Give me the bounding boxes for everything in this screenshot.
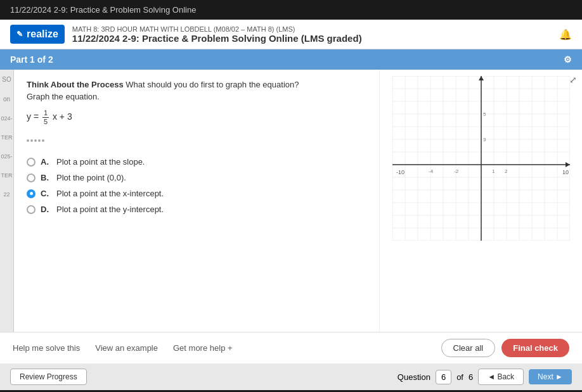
question-current: 6 [436, 370, 451, 384]
option-c-text: Plot a point at the x-intercept. [56, 189, 164, 198]
part-label: Part 1 of 2 [10, 54, 53, 65]
sidebar-num: 22 [3, 191, 10, 198]
question-area: Think About the Process What should you … [14, 70, 379, 332]
option-d-label: D. [41, 205, 49, 214]
question-intro: Think About the Process What should you … [27, 80, 366, 89]
coordinate-graph: 10 -10 -2 -4 1 2 3 5 [392, 76, 570, 241]
svg-text:2: 2 [505, 168, 508, 174]
equation-y: y = [27, 111, 41, 122]
option-d[interactable]: D. Plot a point at the y-intercept. [27, 205, 366, 214]
options-area: A. Plot a point at the slope. B. Plot th… [27, 157, 366, 214]
sub-text: Graph the equation. [27, 92, 366, 101]
sidebar-date2: 025- [1, 153, 12, 160]
radio-d[interactable] [27, 205, 36, 214]
bottom-bar-actions: Clear all Final check [441, 339, 570, 357]
numerator: 1 [42, 109, 49, 118]
option-a-text: Plot a point at the slope. [56, 157, 145, 167]
title-bar-text: 11/22/2024 2-9: Practice & Problem Solvi… [10, 5, 196, 15]
progress-bar-row: Review Progress Question 6 of 6 ◄ Back N… [0, 364, 582, 390]
header-title: 11/22/2024 2-9: Practice & Problem Solvi… [72, 33, 362, 44]
think-text: What should you do first to graph the eq… [126, 80, 299, 89]
back-button[interactable]: ◄ Back [478, 369, 524, 385]
question-nav: Question 6 of 6 ◄ Back Next ► [398, 369, 572, 385]
svg-text:5: 5 [483, 111, 486, 117]
next-button[interactable]: Next ► [529, 369, 572, 384]
final-check-button[interactable]: Final check [501, 339, 569, 357]
svg-text:-10: -10 [396, 169, 404, 175]
settings-icon: ⚙ [564, 54, 572, 65]
equation-rest: x + 3 [53, 111, 72, 122]
get-more-link[interactable]: Get more help + [173, 343, 233, 353]
header-text: MATH 8: 3RD HOUR MATH WITH LOBDELL (M08/… [72, 25, 362, 44]
svg-text:3: 3 [483, 137, 486, 142]
svg-text:1: 1 [492, 168, 495, 174]
option-b-text: Plot the point (0,0). [56, 173, 126, 182]
sidebar-label-on: on [3, 96, 10, 103]
option-a-label: A. [41, 157, 49, 167]
denominator: 5 [42, 118, 49, 126]
sidebar-label-iter: TER [1, 134, 13, 141]
think-label: Think About the Process [27, 80, 124, 89]
clear-all-button[interactable]: Clear all [441, 339, 496, 357]
option-c[interactable]: C. Plot a point at the x-intercept. [27, 189, 366, 198]
expand-icon[interactable]: ⤢ [569, 75, 577, 85]
dots-indicator [27, 139, 44, 142]
left-sidebar: SO on 024- TER 025- TER 22 [0, 70, 14, 332]
question-total: 6 [469, 372, 473, 382]
help-me-link[interactable]: Help me solve this [13, 343, 80, 353]
option-b-label: B. [41, 173, 49, 182]
option-b[interactable]: B. Plot the point (0,0). [27, 173, 366, 182]
realize-logo: ✎ realize [10, 25, 65, 44]
sidebar-label-iter2: TER [1, 172, 13, 179]
graph-area: ⤢ [379, 70, 582, 332]
radio-b[interactable] [27, 174, 36, 182]
option-c-label: C. [41, 189, 49, 198]
bottom-bar: Help me solve this View an example Get m… [0, 332, 582, 364]
content-area: SO on 024- TER 025- TER 22 Think About t… [0, 70, 582, 332]
part-bar: Part 1 of 2 ⚙ [0, 49, 582, 70]
sidebar-label-so: SO [2, 76, 11, 83]
bell-icon: 🔔 [559, 28, 572, 41]
logo-text: realize [27, 28, 58, 40]
svg-text:10: 10 [562, 169, 569, 175]
radio-a[interactable] [27, 158, 36, 167]
edit-icon: ✎ [16, 30, 23, 39]
review-progress-button[interactable]: Review Progress [10, 369, 87, 385]
option-d-text: Plot a point at the y-intercept. [56, 205, 164, 214]
main-container: ✎ realize MATH 8: 3RD HOUR MATH WITH LOB… [0, 20, 582, 390]
header-bar: ✎ realize MATH 8: 3RD HOUR MATH WITH LOB… [0, 20, 582, 49]
svg-text:-2: -2 [454, 168, 459, 174]
sidebar-date1: 024- [1, 115, 12, 122]
title-bar: 11/22/2024 2-9: Practice & Problem Solvi… [0, 0, 582, 20]
option-a[interactable]: A. Plot a point at the slope. [27, 157, 366, 167]
of-label: of [456, 372, 463, 382]
equation-box: y = 1 5 x + 3 [27, 109, 366, 126]
view-example-link[interactable]: View an example [95, 343, 158, 353]
header-subtitle: MATH 8: 3RD HOUR MATH WITH LOBDELL (M08/… [72, 25, 362, 33]
fraction: 1 5 [42, 109, 49, 126]
question-label: Question [398, 372, 430, 382]
svg-text:-4: -4 [429, 168, 434, 174]
radio-c[interactable] [27, 189, 36, 198]
